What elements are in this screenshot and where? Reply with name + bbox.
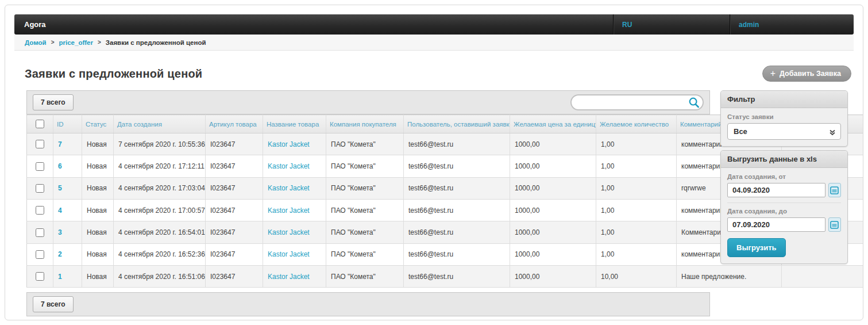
cell-price: 1000,00 — [510, 243, 596, 265]
row-select-cell — [27, 243, 53, 265]
cell-price: 1000,00 — [510, 155, 596, 177]
product-link[interactable]: Kastor Jacket — [268, 228, 310, 236]
product-link[interactable]: Kastor Jacket — [268, 207, 310, 215]
column-header-id[interactable]: ID — [53, 115, 82, 133]
cell-product: Kastor Jacket — [263, 221, 326, 243]
search-input[interactable] — [570, 94, 704, 110]
row-checkbox[interactable] — [36, 140, 44, 148]
row-id-link[interactable]: 7 — [58, 140, 62, 148]
date-to-group: Дата создания, до — [727, 202, 841, 232]
search-box — [570, 94, 704, 110]
language-label: RU — [622, 21, 632, 29]
cell-sku: I023647 — [206, 155, 263, 177]
row-checkbox[interactable] — [36, 162, 44, 171]
date-from-input[interactable] — [727, 183, 825, 197]
cell-id: 1 — [53, 265, 82, 287]
column-header-created[interactable]: Дата создания — [114, 115, 206, 133]
status-filter-select[interactable]: Все — [727, 123, 841, 140]
user-menu[interactable]: admin — [730, 14, 854, 35]
product-link[interactable]: Kastor Jacket — [268, 250, 310, 258]
cell-created: 7 сентября 2020 г. 10:55:36 — [114, 133, 206, 155]
breadcrumb-separator: > — [98, 39, 101, 45]
cell-company: ПАО "Комета" — [326, 265, 404, 287]
row-id-link[interactable]: 6 — [58, 162, 62, 170]
breadcrumb-section-link[interactable]: price_offer — [59, 39, 93, 46]
column-header-company[interactable]: Компания покупателя — [326, 115, 404, 133]
cell-created: 4 сентября 2020 г. 16:51:06 — [114, 265, 206, 287]
cell-id: 3 — [53, 221, 82, 243]
cell-company: ПАО "Комета" — [326, 221, 404, 243]
row-id-link[interactable]: 5 — [58, 184, 62, 192]
cell-product: Kastor Jacket — [263, 199, 326, 221]
row-select-cell — [27, 177, 53, 199]
username-label: admin — [739, 21, 759, 29]
add-request-button[interactable]: + Добавить Заявка — [762, 66, 851, 82]
cell-created: 4 сентября 2020 г. 16:52:36 — [114, 243, 206, 265]
cell-company: ПАО "Комета" — [326, 243, 404, 265]
cell-user: test66@test.ru — [404, 133, 510, 155]
cell-status: Новая — [82, 243, 114, 265]
page-card: Agora RU admin Домой > price_offer > Зая… — [5, 5, 863, 320]
brand-logo: Agora — [14, 20, 46, 29]
topbar-spacer — [46, 14, 613, 35]
column-header-status[interactable]: Статус — [82, 115, 114, 133]
cell-qty: 1,00 — [596, 177, 677, 199]
column-header-select-all — [27, 115, 53, 133]
product-link[interactable]: Kastor Jacket — [268, 273, 310, 281]
cell-created: 4 сентября 2020 г. 17:12:11 — [114, 155, 206, 177]
row-checkbox[interactable] — [36, 184, 44, 193]
row-checkbox[interactable] — [36, 250, 44, 259]
language-switcher[interactable]: RU — [613, 14, 730, 35]
row-checkbox[interactable] — [36, 206, 44, 215]
cell-qty: 10,00 — [596, 265, 677, 287]
row-id-link[interactable]: 3 — [58, 228, 62, 236]
row-id-link[interactable]: 1 — [58, 273, 62, 281]
column-header-price[interactable]: Желаемая цена за единицу — [510, 115, 596, 133]
column-header-qty[interactable]: Желаемое количество — [596, 115, 677, 133]
cell-user: test66@test.ru — [404, 265, 510, 287]
app-header: Agora RU admin — [14, 14, 854, 35]
product-link[interactable]: Kastor Jacket — [268, 184, 310, 192]
product-link[interactable]: Kastor Jacket — [268, 140, 310, 148]
cell-user: test66@test.ru — [404, 177, 510, 199]
cell-user: test66@test.ru — [404, 199, 510, 221]
calendar-icon[interactable] — [828, 217, 841, 232]
cell-status: Новая — [82, 265, 114, 287]
cell-id: 6 — [53, 155, 82, 177]
status-filter-label: Статус заявки — [727, 113, 841, 120]
page-title: Заявки с предложенной ценой — [25, 67, 202, 81]
cell-id: 2 — [53, 243, 82, 265]
row-checkbox[interactable] — [36, 228, 44, 237]
row-checkbox[interactable] — [36, 272, 44, 281]
cell-price: 1000,00 — [510, 199, 596, 221]
cell-company: ПАО "Комета" — [326, 199, 404, 221]
cell-id: 5 — [53, 177, 82, 199]
cell-status: Новая — [82, 155, 114, 177]
column-header-user[interactable]: Пользователь, оставивший заявку — [404, 115, 510, 133]
date-to-input[interactable] — [727, 217, 825, 232]
breadcrumb-current: Заявки с предложенной ценой — [106, 39, 206, 46]
row-id-link[interactable]: 2 — [58, 250, 62, 258]
cell-company: ПАО "Комета" — [326, 155, 404, 177]
cell-product: Kastor Jacket — [263, 155, 326, 177]
calendar-icon[interactable] — [828, 183, 841, 197]
filter-stack: Фильтр Статус заявки Все — [720, 90, 848, 267]
export-button[interactable]: Выгрузить — [727, 238, 786, 257]
cell-user: test66@test.ru — [404, 221, 510, 243]
status-filter-value: Все — [734, 127, 747, 136]
date-to-label: Дата создания, до — [727, 208, 841, 215]
cell-price: 1000,00 — [510, 265, 596, 287]
product-link[interactable]: Kastor Jacket — [268, 162, 310, 170]
cell-sku: I023647 — [206, 199, 263, 221]
breadcrumb-separator: > — [51, 39, 55, 45]
search-icon[interactable] — [688, 97, 700, 110]
cell-price: 1000,00 — [510, 133, 596, 155]
select-all-checkbox[interactable] — [36, 120, 44, 128]
column-header-product[interactable]: Название товара — [263, 115, 326, 133]
export-panel: Выгрузить данные в xls Дата создания, от — [720, 150, 848, 264]
total-count-badge-bottom: 7 всего — [33, 296, 74, 312]
cell-id: 4 — [53, 199, 82, 221]
column-header-sku[interactable]: Артикул товара — [206, 115, 263, 133]
breadcrumb-home-link[interactable]: Домой — [25, 39, 47, 46]
row-id-link[interactable]: 4 — [58, 207, 62, 215]
